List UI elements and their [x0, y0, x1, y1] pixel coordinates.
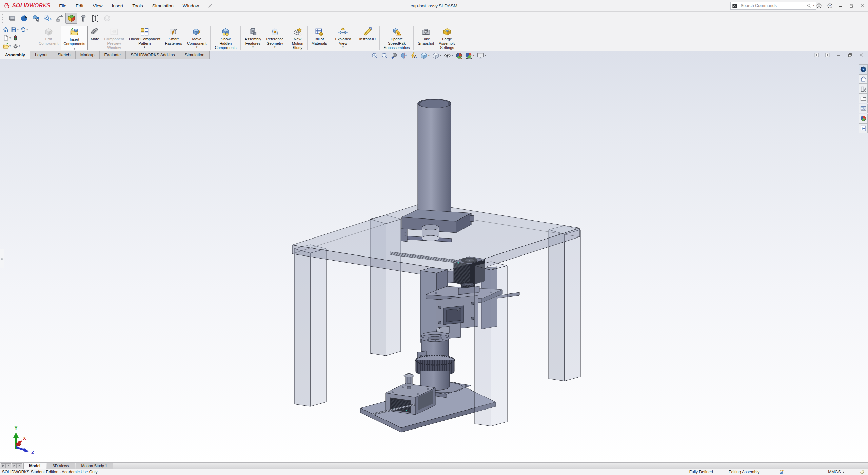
3d-views-tab[interactable]: 3D Views	[47, 463, 75, 469]
toolbar-drag-handle[interactable]	[2, 14, 3, 23]
bill-of-materials-button[interactable]: Bill of Materials ▾	[309, 26, 331, 50]
first-tab-button[interactable]	[1, 463, 6, 468]
show-hidden-components-button[interactable]: Show Hidden Components ▾	[212, 26, 240, 50]
menu-file[interactable]: File	[59, 3, 66, 8]
zoom-to-area-button[interactable]: ▾	[380, 52, 389, 60]
tab-assembly[interactable]: Assembly	[0, 51, 30, 59]
open-button[interactable]: ▾	[3, 43, 11, 49]
tab-simulation[interactable]: Simulation	[180, 51, 210, 59]
performance-icon[interactable]	[779, 470, 785, 475]
dropdown-caret[interactable]: ▾	[274, 46, 276, 49]
update-speedpak-subassemblies-button[interactable]: Update SpeedPak Subassemblies ▾	[381, 26, 414, 50]
cup-tube[interactable]	[418, 99, 451, 222]
menu-edit[interactable]: Edit	[76, 3, 83, 8]
tab-solidworks-add-ins[interactable]: SOLIDWORKS Add-Ins	[125, 51, 180, 59]
mate-button[interactable]: Mate ▾	[88, 26, 102, 50]
collapse-left-pane-button[interactable]	[814, 52, 819, 58]
file-explorer-tab[interactable]	[859, 94, 868, 103]
graphics-area[interactable]: Y Z X	[0, 51, 868, 462]
linear-component-pattern-button[interactable]: Linear Component Pattern ▾	[126, 26, 163, 50]
model-tab[interactable]: Model	[23, 463, 46, 469]
large-assembly-settings-button[interactable]: Large Assembly Settings ▾	[436, 26, 458, 50]
dropdown-caret[interactable]: ▾	[252, 46, 254, 49]
tab-evaluate[interactable]: Evaluate	[99, 51, 126, 59]
apply-scene-button[interactable]: ▾	[465, 52, 475, 60]
save-button[interactable]: ▾	[11, 26, 19, 33]
assembly-features-button[interactable]: Assembly Features ▾	[242, 26, 264, 50]
next-tab-button[interactable]	[12, 463, 17, 468]
search-icon[interactable]	[806, 3, 812, 9]
section-view-button[interactable]: ▾	[400, 52, 409, 60]
tab-sketch[interactable]: Sketch	[53, 51, 76, 59]
rebuild-button[interactable]: ▾	[12, 35, 19, 41]
unit-system-caret[interactable]: ▴	[843, 471, 844, 473]
table-leg-left[interactable]	[294, 245, 326, 406]
restore-window-button[interactable]	[849, 3, 854, 9]
bolt-icon[interactable]	[77, 13, 89, 24]
sphere-icon[interactable]	[18, 13, 30, 24]
menu-view[interactable]: View	[93, 3, 102, 8]
view-orientation-button[interactable]: ▾	[419, 52, 430, 60]
featuremanager-collapsed-tab[interactable]	[0, 249, 4, 268]
clamped-sphere-icon[interactable]	[30, 13, 42, 24]
flow-icon[interactable]	[54, 13, 65, 24]
minimize-window-button[interactable]	[838, 3, 844, 9]
unit-system[interactable]: MMGS	[828, 470, 841, 474]
table-leg-front[interactable]	[475, 262, 507, 426]
home-button[interactable]: ▾	[3, 26, 9, 33]
dropdown-caret[interactable]: ▾	[63, 47, 85, 51]
tab-markup[interactable]: Markup	[75, 51, 100, 59]
appearances-scenes-tab[interactable]	[859, 114, 868, 123]
pin-menu-icon[interactable]	[207, 3, 213, 9]
view-palette-tab[interactable]	[859, 104, 868, 113]
dropdown-caret[interactable]: ▾	[196, 46, 198, 49]
dropdown-caret[interactable]: ▾	[144, 46, 145, 49]
gears-icon[interactable]	[42, 13, 54, 24]
component-preview-window-button[interactable]: Component Preview Window ▾	[102, 26, 126, 50]
display-style-button[interactable]: ▾	[431, 52, 442, 60]
chip-icon[interactable]	[6, 13, 18, 24]
menu-simulation[interactable]: Simulation	[152, 3, 174, 8]
view-settings-button[interactable]: ▾	[476, 52, 487, 60]
home-tab[interactable]	[859, 74, 868, 84]
graphics-viewport[interactable]: Assembly Layout Sketch Markup Evaluate S…	[0, 51, 868, 462]
custom-properties-tab[interactable]	[859, 124, 868, 133]
help-button[interactable]	[827, 3, 833, 9]
zoom-to-fit-button[interactable]: ▾	[370, 52, 379, 60]
take-snapshot-button[interactable]: Take Snapshot ▾	[415, 26, 436, 50]
undo-button[interactable]: ▾	[20, 26, 28, 33]
colored-cube-icon[interactable]	[65, 13, 77, 24]
insert-components-button[interactable]: Insert Components ▾	[61, 26, 88, 50]
new-motion-study-button[interactable]: New Motion Study ▾	[290, 26, 308, 50]
faded-ring-icon[interactable]	[101, 13, 113, 24]
dropdown-caret[interactable]: ▾	[342, 46, 344, 49]
search-commands-input[interactable]	[740, 3, 806, 8]
smart-fasteners-button[interactable]: Smart Fasteners ▾	[163, 26, 184, 50]
close-document-button[interactable]	[859, 52, 864, 58]
expand-right-pane-button[interactable]	[825, 52, 830, 58]
close-window-button[interactable]	[860, 3, 865, 9]
tab-layout[interactable]: Layout	[30, 51, 53, 59]
exploded-view-button[interactable]: Exploded View ▾	[333, 26, 355, 50]
restore-document-button[interactable]	[847, 52, 853, 58]
reference-geometry-button[interactable]: Reference Geometry ▾	[264, 26, 288, 50]
assembly-model[interactable]	[292, 99, 580, 432]
dynamic-annotation-views-button[interactable]: ▾	[410, 52, 418, 60]
table-leg-right[interactable]	[549, 226, 580, 381]
edit-appearance-button[interactable]: ▾	[455, 52, 463, 60]
search-options-caret[interactable]: ▾	[813, 4, 814, 7]
menu-window[interactable]: Window	[183, 3, 199, 8]
previous-view-button[interactable]: ▾	[390, 52, 399, 60]
minimize-document-button[interactable]	[836, 52, 842, 58]
previous-tab-button[interactable]	[6, 463, 11, 468]
hide-show-items-button[interactable]: ▾	[443, 52, 454, 60]
options-button[interactable]: ▾	[12, 43, 20, 49]
last-tab-button[interactable]	[17, 463, 22, 468]
new-document-button[interactable]: ▾	[3, 35, 11, 41]
move-component-button[interactable]: Move Component ▾	[184, 26, 211, 50]
menu-insert[interactable]: Insert	[112, 3, 123, 8]
menu-tools[interactable]: Tools	[132, 3, 143, 8]
instant3d-button[interactable]: Instant3D ▾	[357, 26, 379, 50]
tag-icon[interactable]	[860, 470, 865, 475]
edit-component-button[interactable]: Edit Component ▾	[36, 26, 61, 50]
